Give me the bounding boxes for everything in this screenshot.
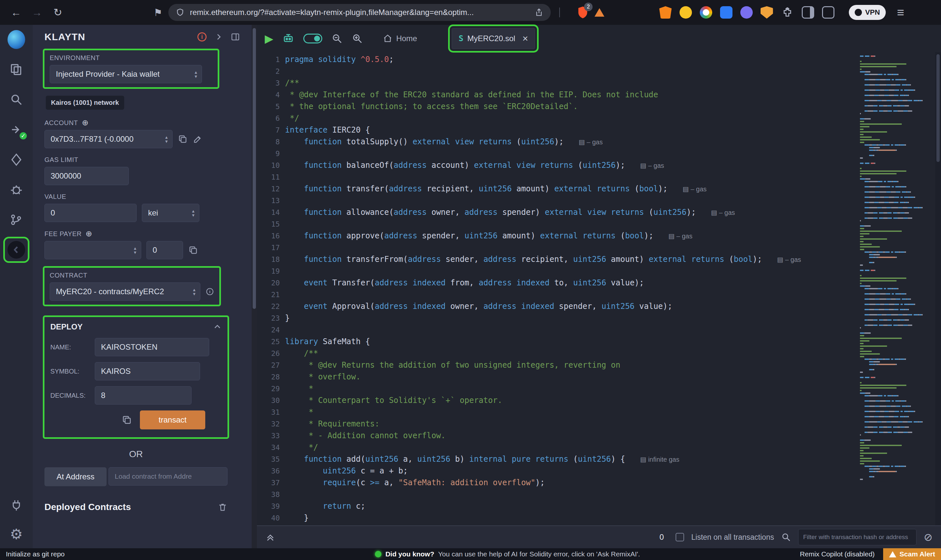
git-icon[interactable] — [8, 211, 25, 229]
profile-icon[interactable] — [700, 6, 712, 18]
block-icon[interactable]: ⊘ — [924, 532, 932, 542]
shield-extension-icon[interactable] — [761, 6, 773, 18]
copy-fee-payer-icon[interactable] — [188, 245, 198, 255]
terminal-search-icon[interactable] — [781, 532, 791, 542]
back-button[interactable]: ← — [9, 7, 23, 18]
code-line[interactable]: 12 function transfer(address recipient, … — [257, 183, 857, 195]
forward-button[interactable]: → — [29, 7, 45, 18]
close-tab-icon[interactable]: × — [522, 34, 528, 43]
edit-account-icon[interactable] — [193, 134, 203, 144]
search-icon[interactable] — [8, 91, 25, 108]
settings-icon[interactable]: ⚙ — [8, 525, 25, 543]
code-line[interactable]: 38 — [257, 488, 857, 500]
code-line[interactable]: 11 — [257, 171, 857, 183]
editor-scrollbar[interactable] — [935, 52, 941, 525]
copy-account-icon[interactable] — [178, 134, 188, 144]
transact-button[interactable]: transact — [140, 411, 205, 429]
gas-limit-input[interactable] — [45, 167, 129, 185]
code-editor[interactable]: 1pragma solidity ^0.5.0;23/**4 * @dev In… — [257, 52, 857, 525]
reading-list-icon[interactable] — [822, 6, 835, 18]
code-line[interactable]: 18 function transferFrom(address sender,… — [257, 253, 857, 265]
code-line[interactable]: 2 — [257, 65, 857, 77]
brave-shield-icon[interactable]: 2 — [577, 6, 589, 19]
code-line[interactable]: 9 — [257, 148, 857, 159]
code-line[interactable]: 15 — [257, 218, 857, 230]
code-line[interactable]: 23} — [257, 312, 857, 324]
code-line[interactable]: 7interface IERC20 { — [257, 124, 857, 136]
wallet-extension-icon[interactable] — [680, 6, 692, 18]
panel-expand-icon[interactable] — [214, 33, 223, 41]
code-line[interactable]: 36 uint256 c = a + b; — [257, 465, 857, 477]
copilot-status[interactable]: Remix Copilot (disabled) — [800, 550, 875, 558]
tab-myerc20[interactable]: S MyERC20.sol × — [452, 28, 535, 49]
add-fee-payer-icon[interactable]: ⊕ — [86, 230, 93, 238]
name-input[interactable] — [95, 338, 209, 356]
bookmark-icon[interactable]: ⚑ — [154, 7, 162, 18]
reload-button[interactable]: ↻ — [50, 7, 65, 18]
code-line[interactable]: 8 function totalSupply() external view r… — [257, 136, 857, 148]
code-line[interactable]: 19 — [257, 265, 857, 277]
code-line[interactable]: 17 — [257, 242, 857, 253]
run-script-button[interactable]: ▶ — [265, 33, 273, 44]
code-line[interactable]: 34 */ — [257, 442, 857, 453]
filter-input[interactable] — [798, 529, 916, 545]
code-line[interactable]: 5 * the optional functions; to access th… — [257, 101, 857, 112]
deploy-run-icon[interactable]: ✓ — [8, 121, 25, 138]
share-icon[interactable] — [534, 8, 543, 17]
extensions-puzzle-icon[interactable] — [781, 6, 794, 19]
code-line[interactable]: 32 * Requirements: — [257, 418, 857, 430]
side-panel-icon[interactable] — [802, 6, 814, 18]
klaytn-plugin-icon[interactable] — [8, 241, 25, 258]
collapse-icon[interactable] — [213, 323, 222, 331]
clear-contracts-icon[interactable] — [218, 502, 227, 512]
menu-button[interactable]: ≡ — [897, 6, 904, 20]
code-line[interactable]: 31 * — [257, 406, 857, 418]
code-line[interactable]: 24 — [257, 324, 857, 336]
code-line[interactable]: 28 * overflow. — [257, 371, 857, 383]
code-line[interactable]: 26 /** — [257, 348, 857, 359]
code-line[interactable]: 40 } — [257, 512, 857, 524]
remix-logo-icon[interactable] — [8, 31, 25, 48]
code-line[interactable]: 20 event Transfer(address indexed from, … — [257, 277, 857, 289]
code-line[interactable]: 29 * — [257, 383, 857, 394]
code-line[interactable]: 21 — [257, 289, 857, 300]
code-line[interactable]: 4 * @dev Interface of the ERC20 standard… — [257, 89, 857, 101]
chat-extension-icon[interactable] — [740, 6, 753, 18]
minimap[interactable] — [857, 52, 935, 525]
tab-home[interactable]: Home — [379, 28, 421, 49]
code-line[interactable]: 10 function balanceOf(address account) e… — [257, 159, 857, 171]
solidity-compiler-icon[interactable] — [8, 151, 25, 168]
plugin-manager-icon[interactable] — [8, 497, 25, 514]
code-line[interactable]: 3/** — [257, 77, 857, 89]
code-line[interactable]: 13 — [257, 195, 857, 206]
code-line[interactable]: 37 require(c >= a, "SafeMath: addition o… — [257, 477, 857, 488]
symbol-input[interactable] — [95, 362, 200, 380]
decimals-input[interactable] — [95, 386, 191, 405]
code-line[interactable]: 22 event Approval(address indexed owner,… — [257, 300, 857, 312]
fee-payer-amount-input[interactable] — [147, 241, 183, 259]
extension-blue-icon[interactable] — [720, 6, 733, 18]
panel-info-icon[interactable]: i — [197, 32, 207, 42]
account-select[interactable]: 0x7D3...7F871 (-0.0000 ▴▾ — [45, 130, 173, 148]
editor-toggle[interactable] — [303, 34, 322, 43]
code-line[interactable]: 30 * Counterpart to Solidity's `+` opera… — [257, 394, 857, 406]
zoom-out-button[interactable] — [332, 33, 342, 44]
environment-select[interactable]: Injected Provider - Kaia wallet ▴▾ — [50, 65, 202, 83]
code-line[interactable]: 16 function approve(address spender, uin… — [257, 230, 857, 242]
listen-checkbox[interactable] — [676, 533, 684, 542]
add-account-icon[interactable]: ⊕ — [82, 119, 89, 127]
expand-terminal-icon[interactable] — [265, 532, 275, 542]
code-line[interactable]: 25library SafeMath { — [257, 336, 857, 348]
contract-info-icon[interactable] — [205, 287, 214, 296]
contract-select[interactable]: MyERC20 - contracts/MyERC2 ▴▾ — [50, 282, 201, 301]
panel-layout-icon[interactable] — [231, 32, 240, 42]
scrollbar-thumb[interactable] — [936, 54, 940, 162]
panel-scrollbar[interactable] — [251, 25, 257, 548]
fee-payer-select[interactable]: ▴▾ — [45, 241, 141, 259]
url-bar[interactable]: remix.ethereum.org/?#activate=klaytn-rem… — [168, 4, 551, 21]
debugger-icon[interactable] — [8, 181, 25, 198]
git-status[interactable]: Initialize as git repo — [6, 550, 215, 558]
code-line[interactable]: 6 */ — [257, 112, 857, 124]
at-address-button[interactable]: At Address — [45, 467, 106, 486]
remixai-icon[interactable] — [282, 33, 294, 45]
